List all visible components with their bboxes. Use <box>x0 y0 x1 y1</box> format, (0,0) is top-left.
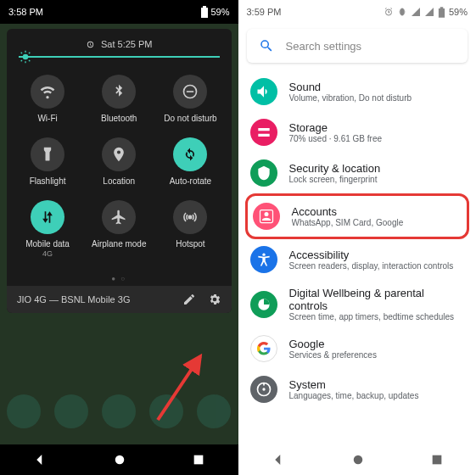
svg-point-23 <box>353 455 362 465</box>
nav-bar <box>238 444 477 475</box>
carrier-row: JIO 4G — BSNL Mobile 3G <box>7 286 232 313</box>
item-subtitle: Volume, vibration, Do not disturb <box>289 93 465 103</box>
item-subtitle: Screen readers, display, interaction con… <box>289 261 465 271</box>
svg-point-1 <box>23 54 29 60</box>
tile-label: Auto-rotate <box>170 176 211 187</box>
alarm-icon <box>86 40 95 49</box>
qs-clock[interactable]: Sat 5:25 PM <box>7 36 232 56</box>
tile-label: Flashlight <box>30 176 66 187</box>
wifi-icon <box>31 75 64 109</box>
svg-point-12 <box>188 215 193 220</box>
settings-item-accounts[interactable]: AccountsWhatsApp, SIM Card, Google <box>245 193 470 239</box>
svg-rect-15 <box>194 455 204 465</box>
item-subtitle: Languages, time, backup, updates <box>289 391 465 400</box>
signal-icon <box>424 7 434 17</box>
item-subtitle: 70% used · 9.61 GB free <box>289 134 465 143</box>
signal-icon <box>411 7 421 17</box>
item-title: Sound <box>289 81 465 93</box>
google-icon <box>250 335 277 362</box>
edit-icon[interactable] <box>182 293 196 306</box>
svg-line-9 <box>29 53 30 53</box>
qs-tile-mobiledata[interactable]: Mobile data4G <box>12 193 83 265</box>
tile-label: Mobile data <box>25 239 70 249</box>
nav-home-icon[interactable] <box>112 452 127 467</box>
battery-icon <box>200 6 209 18</box>
tile-label: Location <box>103 176 135 187</box>
status-bar: 3:59 PM 59% <box>238 0 477 24</box>
mobiledata-icon <box>31 200 64 234</box>
tile-label: Bluetooth <box>101 114 137 124</box>
item-subtitle: Screen time, app timers, bedtime schedul… <box>289 312 465 321</box>
storage-icon <box>250 119 277 146</box>
nav-home-icon[interactable] <box>350 452 366 467</box>
nav-bar <box>0 444 238 475</box>
tile-label: Airplane mode <box>92 239 146 249</box>
item-title: Digital Wellbeing & parental controls <box>289 287 465 312</box>
settings-item-sound[interactable]: SoundVolume, vibration, Do not disturb <box>245 71 470 112</box>
settings-item-system[interactable]: SystemLanguages, time, backup, updates <box>245 369 470 410</box>
brightness-slider[interactable] <box>7 56 232 64</box>
svg-rect-24 <box>433 455 442 465</box>
qs-tile-location[interactable]: Location <box>83 131 154 193</box>
system-icon <box>250 376 277 403</box>
status-right: 59% <box>200 6 229 18</box>
svg-point-22 <box>262 388 265 390</box>
search-placeholder: Search settings <box>286 40 362 53</box>
settings-item-security[interactable]: Security & locationLock screen, fingerpr… <box>245 153 470 193</box>
nav-back-icon[interactable] <box>32 452 48 467</box>
svg-rect-0 <box>202 11 207 17</box>
svg-line-6 <box>21 53 22 53</box>
svg-line-8 <box>21 60 22 61</box>
wellbeing-icon <box>250 291 277 318</box>
autorotate-icon <box>173 137 207 171</box>
nav-recent-icon[interactable] <box>192 453 205 467</box>
qs-tile-wifi[interactable]: Wi-Fi <box>12 68 83 131</box>
alarm-icon <box>384 7 394 17</box>
debug-icon <box>397 7 407 17</box>
qs-tile-airplane[interactable]: Airplane mode <box>83 193 154 265</box>
accounts-icon <box>253 203 280 230</box>
search-settings[interactable]: Search settings <box>247 29 468 63</box>
tile-label: Hotspot <box>176 239 204 249</box>
tile-sublabel: 4G <box>42 249 53 258</box>
battery-icon <box>438 7 445 18</box>
settings-item-google[interactable]: GoogleServices & preferences <box>245 328 470 369</box>
qs-tile-autorotate[interactable]: Auto-rotate <box>154 131 226 193</box>
sound-icon <box>250 78 277 105</box>
settings-item-accessibility[interactable]: AccessibilityScreen readers, display, in… <box>245 239 470 280</box>
brightness-thumb[interactable] <box>19 50 32 64</box>
gear-icon[interactable] <box>208 293 221 306</box>
home-dock-background <box>0 382 238 441</box>
item-title: Accessibility <box>289 249 465 261</box>
qs-tile-grid: Wi-FiBluetoothDo not disturbFlashlightLo… <box>7 64 232 271</box>
settings-item-wellbeing[interactable]: Digital Wellbeing & parental controlsScr… <box>245 280 470 328</box>
qs-tile-dnd[interactable]: Do not disturb <box>154 68 226 131</box>
page-indicator: ● ○ <box>7 271 232 286</box>
status-time: 3:58 PM <box>8 7 43 17</box>
phone-right-settings: 3:59 PM 59% Search settings SoundVolume,… <box>238 0 477 475</box>
settings-item-storage[interactable]: Storage70% used · 9.61 GB free <box>245 112 470 153</box>
item-title: Google <box>289 338 465 350</box>
svg-rect-17 <box>440 11 444 16</box>
nav-back-icon[interactable] <box>271 452 286 467</box>
item-subtitle: WhatsApp, SIM Card, Google <box>292 218 462 227</box>
phone-left-quicksettings: 3:58 PM 59% Sat 5:25 PM Wi-FiBluetoothDo… <box>0 0 238 475</box>
tile-label: Do not disturb <box>164 114 216 124</box>
svg-point-19 <box>262 254 265 256</box>
carrier-text: JIO 4G — BSNL Mobile 3G <box>17 294 130 305</box>
status-battery: 59% <box>210 7 229 17</box>
qs-tile-hotspot[interactable]: Hotspot <box>154 193 226 265</box>
item-subtitle: Services & preferences <box>289 350 465 360</box>
item-title: Accounts <box>292 205 462 218</box>
item-title: Security & location <box>289 162 465 175</box>
status-battery: 59% <box>449 7 468 17</box>
dnd-icon <box>173 75 207 109</box>
status-right: 59% <box>384 7 468 18</box>
status-time: 3:59 PM <box>247 7 282 17</box>
qs-tile-bluetooth[interactable]: Bluetooth <box>83 68 154 131</box>
item-title: System <box>289 378 465 391</box>
svg-line-7 <box>29 60 30 61</box>
nav-recent-icon[interactable] <box>430 453 444 467</box>
tile-label: Wi-Fi <box>37 114 57 124</box>
qs-tile-flashlight[interactable]: Flashlight <box>12 131 83 193</box>
